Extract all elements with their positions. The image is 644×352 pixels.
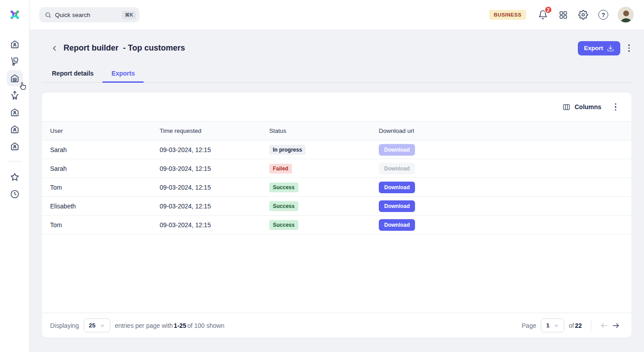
column-header-download: Download url xyxy=(379,127,623,134)
table-body: Sarah 09-03-2024, 12:15 In progress Down… xyxy=(42,140,631,234)
search-shortcut-chip: ⌘K xyxy=(122,11,136,19)
previous-page-button[interactable] xyxy=(598,320,610,331)
table-row: Sarah 09-03-2024, 12:15 In progress Down… xyxy=(42,140,631,159)
download-button: Download xyxy=(379,163,415,174)
displaying-label: Displaying xyxy=(50,322,79,329)
page-select[interactable]: 1 xyxy=(541,318,564,332)
column-header-time: Time requested xyxy=(160,127,269,134)
pagination-divider xyxy=(591,320,591,331)
current-page-value: 1 xyxy=(546,322,550,329)
download-button[interactable]: Download xyxy=(379,219,415,231)
app-logo[interactable] xyxy=(0,0,29,30)
exports-panel: Columns User Time requested Status Downl… xyxy=(42,93,631,338)
arrow-right-icon xyxy=(612,322,620,330)
sidebar-item-recent[interactable] xyxy=(7,186,23,202)
download-button[interactable]: Download xyxy=(379,182,415,193)
total-pages: 22 xyxy=(575,322,582,329)
table-row: Tom 09-03-2024, 12:15 Success Download xyxy=(42,216,631,234)
table-header-row: User Time requested Status Download url xyxy=(42,121,631,140)
column-header-user: User xyxy=(50,127,160,134)
download-icon xyxy=(607,45,614,52)
tab-report-details[interactable]: Report details xyxy=(43,65,102,83)
plan-badge: BUSINESS xyxy=(489,10,526,20)
cell-time: 09-03-2024, 12:15 xyxy=(160,184,269,191)
tab-bar: Report details Exports xyxy=(42,65,631,83)
sidebar-item-workspace-4[interactable] xyxy=(7,138,23,154)
export-button[interactable]: Export xyxy=(578,41,620,55)
entries-mid-text: entries per page with xyxy=(115,322,173,329)
settings-button[interactable] xyxy=(577,9,589,21)
column-header-status: Status xyxy=(269,127,379,134)
home-user-icon xyxy=(9,124,20,135)
entries-suffix-text: of 100 shown xyxy=(187,322,225,329)
cell-user: Tom xyxy=(50,221,160,229)
logo-icon xyxy=(8,8,22,22)
home-user-icon xyxy=(9,107,20,118)
page-controls: Page 1 of 22 xyxy=(522,318,622,332)
table-toolbar: Columns xyxy=(42,93,631,121)
cell-time: 09-03-2024, 12:15 xyxy=(160,203,269,210)
star-icon xyxy=(9,172,20,182)
sidebar-nav xyxy=(0,36,29,202)
sidebar-item-workspace-2[interactable] xyxy=(7,104,23,120)
topbar: ⌘K BUSINESS 2 ? xyxy=(30,0,644,30)
user-avatar[interactable] xyxy=(618,7,634,23)
sidebar-item-hand-truck[interactable] xyxy=(7,53,23,69)
page-label: Page xyxy=(522,322,537,329)
page-header: Report builder - Top customers Export xyxy=(30,30,644,59)
help-icon: ? xyxy=(598,10,608,20)
home-user-icon xyxy=(9,39,20,50)
cell-user: Sarah xyxy=(50,146,160,153)
sidebar-divider xyxy=(7,161,22,161)
sidebar-item-workspace-3[interactable] xyxy=(7,121,23,137)
quick-search[interactable]: ⌘K xyxy=(39,7,140,22)
cell-user: Elisabeth xyxy=(50,203,160,210)
per-page-select[interactable]: 25 xyxy=(84,318,110,332)
cell-time: 09-03-2024, 12:15 xyxy=(160,221,269,229)
arrow-left-icon xyxy=(600,322,608,330)
hand-truck-icon xyxy=(9,56,20,67)
table-empty-area xyxy=(42,234,631,313)
sidebar xyxy=(0,0,30,352)
chevron-down-icon xyxy=(554,323,559,328)
status-badge: Success xyxy=(269,182,298,192)
avatar-image xyxy=(618,7,634,23)
table-row: Tom 09-03-2024, 12:15 Success Download xyxy=(42,178,631,197)
gear-icon xyxy=(578,10,588,20)
tab-exports[interactable]: Exports xyxy=(102,65,144,83)
table-more-menu[interactable] xyxy=(613,102,618,112)
per-page-value: 25 xyxy=(89,322,96,329)
search-input[interactable] xyxy=(55,12,119,18)
home-user-icon xyxy=(9,141,20,152)
status-badge: In progress xyxy=(269,145,305,155)
download-button: Download xyxy=(379,144,415,156)
page-title: Report builder - Top customers xyxy=(64,43,185,53)
status-badge: Success xyxy=(269,201,298,211)
help-button[interactable]: ? xyxy=(597,9,609,21)
pointer-cursor-icon xyxy=(18,81,28,92)
apps-grid-icon xyxy=(559,10,568,20)
next-page-button[interactable] xyxy=(610,320,622,331)
columns-button[interactable]: Columns xyxy=(562,103,602,111)
notification-count-badge: 2 xyxy=(544,6,552,14)
chevron-left-icon xyxy=(51,44,59,52)
pagination-bar: Displaying 25 entries per page with 1-25… xyxy=(42,313,631,338)
topbar-right: BUSINESS 2 ? xyxy=(489,7,634,23)
back-button[interactable] xyxy=(49,43,60,54)
main-content: Report builder - Top customers Export Re… xyxy=(30,30,644,352)
apps-menu-button[interactable] xyxy=(557,9,569,21)
page-more-menu[interactable] xyxy=(627,42,631,53)
cell-user: Tom xyxy=(50,184,160,191)
download-button[interactable]: Download xyxy=(379,200,415,212)
header-actions: Export xyxy=(578,41,631,55)
clock-icon xyxy=(9,189,20,199)
columns-icon xyxy=(562,103,571,111)
search-icon xyxy=(45,12,51,18)
chevron-down-icon xyxy=(100,323,105,328)
sidebar-item-favorites[interactable] xyxy=(7,169,23,185)
notifications-button[interactable]: 2 xyxy=(537,9,549,21)
status-badge: Failed xyxy=(269,164,292,174)
sidebar-item-workspace-1[interactable] xyxy=(7,36,23,52)
columns-button-label: Columns xyxy=(575,103,602,110)
range-shown: 1-25 xyxy=(174,322,186,329)
